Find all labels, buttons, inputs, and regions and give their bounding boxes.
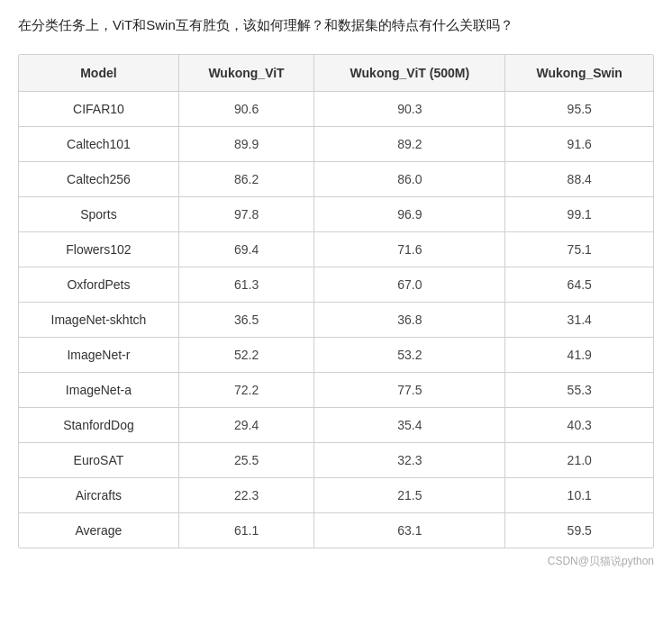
row-label: CIFAR10 xyxy=(19,92,178,127)
cell-value: 72.2 xyxy=(178,373,313,408)
cell-value: 90.3 xyxy=(314,92,505,127)
table-row: Caltech25686.286.088.4 xyxy=(19,162,653,197)
table-row: Flowers10269.471.675.1 xyxy=(19,232,653,267)
cell-value: 64.5 xyxy=(505,267,653,303)
row-label: Average xyxy=(19,513,178,548)
cell-value: 32.3 xyxy=(314,443,505,478)
cell-value: 36.5 xyxy=(178,303,313,338)
table-row: ImageNet-skhtch36.536.831.4 xyxy=(19,303,653,338)
column-header-0: Model xyxy=(19,55,178,92)
row-label: Sports xyxy=(19,197,178,232)
cell-value: 89.2 xyxy=(314,127,505,162)
cell-value: 67.0 xyxy=(314,267,505,303)
cell-value: 63.1 xyxy=(314,513,505,548)
table-row: EuroSAT25.532.321.0 xyxy=(19,443,653,478)
cell-value: 95.5 xyxy=(505,92,653,127)
table-row: Sports97.896.999.1 xyxy=(19,197,653,232)
cell-value: 52.2 xyxy=(178,338,313,373)
cell-value: 29.4 xyxy=(178,408,313,443)
cell-value: 77.5 xyxy=(314,373,505,408)
cell-value: 61.3 xyxy=(178,267,313,303)
table-row: Average61.163.159.5 xyxy=(19,513,653,548)
cell-value: 36.8 xyxy=(314,303,505,338)
table-body: CIFAR1090.690.395.5Caltech10189.989.291.… xyxy=(19,92,653,548)
cell-value: 35.4 xyxy=(314,408,505,443)
cell-value: 86.2 xyxy=(178,162,313,197)
cell-value: 10.1 xyxy=(505,478,653,513)
row-label: Caltech101 xyxy=(19,127,178,162)
cell-value: 97.8 xyxy=(178,197,313,232)
column-header-3: Wukong_Swin xyxy=(505,55,653,92)
cell-value: 89.9 xyxy=(178,127,313,162)
data-table: ModelWukong_ViTWukong_ViT (500M)Wukong_S… xyxy=(18,54,654,548)
row-label: Caltech256 xyxy=(19,162,178,197)
cell-value: 21.5 xyxy=(314,478,505,513)
row-label: ImageNet-r xyxy=(19,338,178,373)
table-row: Caltech10189.989.291.6 xyxy=(19,127,653,162)
watermark-text: CSDN@贝猫说python xyxy=(18,554,654,569)
row-label: Flowers102 xyxy=(19,232,178,267)
question-text: 在分类任务上，ViT和Swin互有胜负，该如何理解？和数据集的特点有什么关联吗？ xyxy=(18,14,654,36)
row-label: OxfordPets xyxy=(19,267,178,303)
cell-value: 71.6 xyxy=(314,232,505,267)
table-row: CIFAR1090.690.395.5 xyxy=(19,92,653,127)
table-row: StanfordDog29.435.440.3 xyxy=(19,408,653,443)
cell-value: 40.3 xyxy=(505,408,653,443)
row-label: EuroSAT xyxy=(19,443,178,478)
row-label: StanfordDog xyxy=(19,408,178,443)
cell-value: 41.9 xyxy=(505,338,653,373)
cell-value: 91.6 xyxy=(505,127,653,162)
cell-value: 22.3 xyxy=(178,478,313,513)
table-header-row: ModelWukong_ViTWukong_ViT (500M)Wukong_S… xyxy=(19,55,653,92)
column-header-1: Wukong_ViT xyxy=(178,55,313,92)
cell-value: 90.6 xyxy=(178,92,313,127)
cell-value: 99.1 xyxy=(505,197,653,232)
table-row: OxfordPets61.367.064.5 xyxy=(19,267,653,303)
cell-value: 31.4 xyxy=(505,303,653,338)
row-label: ImageNet-a xyxy=(19,373,178,408)
table-row: Aircrafts22.321.510.1 xyxy=(19,478,653,513)
cell-value: 96.9 xyxy=(314,197,505,232)
cell-value: 86.0 xyxy=(314,162,505,197)
column-header-2: Wukong_ViT (500M) xyxy=(314,55,505,92)
cell-value: 69.4 xyxy=(178,232,313,267)
cell-value: 88.4 xyxy=(505,162,653,197)
cell-value: 61.1 xyxy=(178,513,313,548)
table-row: ImageNet-a72.277.555.3 xyxy=(19,373,653,408)
row-label: ImageNet-skhtch xyxy=(19,303,178,338)
cell-value: 25.5 xyxy=(178,443,313,478)
cell-value: 55.3 xyxy=(505,373,653,408)
cell-value: 53.2 xyxy=(314,338,505,373)
cell-value: 21.0 xyxy=(505,443,653,478)
cell-value: 75.1 xyxy=(505,232,653,267)
cell-value: 59.5 xyxy=(505,513,653,548)
table-row: ImageNet-r52.253.241.9 xyxy=(19,338,653,373)
row-label: Aircrafts xyxy=(19,478,178,513)
